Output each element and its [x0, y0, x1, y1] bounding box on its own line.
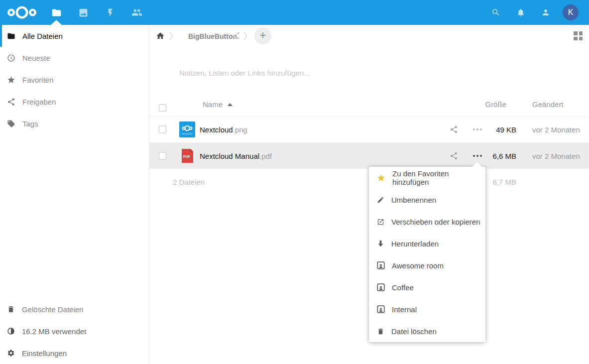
row-checkbox[interactable]	[159, 126, 166, 133]
sidebar-item-shares[interactable]: Freigaben	[0, 91, 149, 113]
sidebar-item-label: Freigaben	[22, 98, 56, 106]
trash-icon	[377, 328, 384, 335]
sidebar-footer: Gelöschte Dateien 16.2 MB verwendet Eins…	[0, 298, 149, 364]
dot	[476, 128, 478, 130]
active-indicator	[0, 25, 2, 47]
dot	[476, 155, 478, 157]
grid-square	[579, 31, 583, 35]
notifications-button[interactable]	[510, 0, 532, 25]
nextcloud-image-thumbnail[interactable]: Nextcloud Hub	[179, 121, 195, 137]
menu-item-room-coffee[interactable]: Coffee	[369, 276, 485, 298]
table-row: Nextcloud Hub Nextcloud.png 49 KB vor 2 …	[149, 117, 589, 143]
menu-item-download[interactable]: Herunterladen	[369, 233, 485, 254]
new-file-button[interactable]: +	[254, 27, 271, 44]
sidebar: Alle Dateien Neueste Favoriten Freigaben…	[0, 25, 149, 364]
users-icon	[131, 7, 142, 18]
image-icon	[78, 7, 89, 18]
menu-item-room-internal[interactable]: Internal	[369, 298, 485, 320]
quota-icon	[7, 327, 15, 335]
download-icon	[377, 240, 384, 247]
file-extension: .png	[233, 125, 247, 134]
grid-view-toggle[interactable]	[574, 31, 583, 40]
menu-item-label: Umbenennen	[391, 196, 436, 204]
sidebar-item-deleted-files[interactable]: Gelöschte Dateien	[0, 298, 149, 320]
move-icon	[377, 218, 384, 226]
active-app-pointer	[51, 20, 62, 25]
sidebar-item-favorites[interactable]: Favoriten	[0, 69, 149, 91]
room-icon	[377, 283, 385, 291]
bell-icon	[516, 8, 525, 17]
sidebar-item-settings[interactable]: Einstellungen	[0, 342, 149, 364]
menu-item-delete-file[interactable]: Datei löschen	[369, 320, 485, 342]
app-contacts-button[interactable]	[126, 0, 148, 25]
sidebar-item-all-files[interactable]: Alle Dateien	[0, 25, 149, 47]
contacts-icon	[541, 8, 550, 17]
column-header-name-label: Name	[203, 100, 223, 109]
column-header-modified[interactable]: Geändert	[532, 100, 564, 109]
menu-item-rename[interactable]: Umbenennen	[369, 189, 485, 211]
menu-arrow	[472, 162, 482, 167]
home-icon	[156, 31, 165, 40]
sidebar-item-quota[interactable]: 16.2 MB verwendet	[0, 320, 149, 342]
menu-item-label: Verschieben oder kopieren	[391, 218, 480, 226]
star-icon	[377, 174, 385, 182]
grid-square	[574, 31, 578, 35]
room-icon	[377, 261, 385, 269]
gear-icon	[7, 349, 15, 357]
notes-input[interactable]: Notizen, Listen oder Links hinzufügen...	[179, 63, 574, 83]
menu-item-add-to-favorites[interactable]: Zu den Favoriten hinzufügen	[369, 167, 485, 189]
app-activity-button[interactable]	[99, 0, 121, 25]
file-name[interactable]: Nextcloud Manual.pdf	[200, 151, 272, 160]
avatar-letter: K	[568, 8, 574, 17]
breadcrumb-bar: BigBlueButton +	[149, 25, 589, 47]
user-avatar[interactable]: K	[563, 4, 579, 20]
search-button[interactable]	[485, 0, 507, 25]
contacts-menu-button[interactable]	[535, 0, 557, 25]
file-actions-context-menu: Zu den Favoriten hinzufügen Umbenennen V…	[369, 167, 485, 342]
row-actions-button-open[interactable]	[473, 155, 482, 157]
notes-placeholder: Notizen, Listen oder Links hinzufügen...	[179, 69, 310, 77]
menu-item-label: Herunterladen	[391, 240, 439, 248]
select-all-checkbox[interactable]	[159, 104, 166, 112]
sidebar-item-label: Gelöschte Dateien	[22, 305, 83, 314]
sidebar-item-tags[interactable]: Tags	[0, 113, 149, 134]
sidebar-item-label: Einstellungen	[22, 349, 67, 358]
trash-icon	[7, 305, 15, 313]
breadcrumb-folder[interactable]: BigBlueButton	[188, 32, 237, 40]
dot	[480, 155, 482, 157]
nextcloud-logo[interactable]	[7, 4, 37, 21]
menu-item-room-awesome-room[interactable]: Awesome room	[369, 254, 485, 276]
clock-icon	[7, 54, 15, 62]
breadcrumb-share-button[interactable]	[232, 31, 240, 40]
menu-item-label: Internal	[392, 305, 417, 314]
star-icon	[7, 76, 15, 84]
pencil-icon	[377, 196, 384, 204]
dot	[480, 128, 482, 130]
file-size: 49 KB	[496, 125, 516, 134]
thumbnail-label: Nextcloud Hub	[182, 133, 193, 135]
row-actions-button[interactable]	[473, 128, 482, 130]
sidebar-item-label: Alle Dateien	[22, 32, 63, 40]
sort-ascending-icon	[228, 103, 233, 106]
row-checkbox[interactable]	[159, 152, 166, 159]
sidebar-item-recent[interactable]: Neueste	[0, 47, 149, 69]
sidebar-item-label: 16.2 MB verwendet	[22, 327, 86, 336]
sidebar-item-label: Favoriten	[22, 76, 54, 84]
app-photos-button[interactable]	[72, 0, 94, 25]
app-files-button[interactable]	[45, 0, 67, 25]
chevron-right-icon	[243, 31, 247, 40]
menu-item-label: Zu den Favoriten hinzufügen	[392, 169, 485, 186]
column-header-size[interactable]: Größe	[485, 100, 506, 109]
file-modified: vor 2 Monaten	[532, 151, 580, 160]
row-share-button[interactable]	[450, 125, 458, 134]
folder-icon	[51, 7, 62, 18]
file-name[interactable]: Nextcloud.png	[200, 125, 247, 134]
folder-icon	[7, 32, 15, 40]
column-header-name[interactable]: Name	[203, 100, 233, 109]
chevron-right-icon	[169, 31, 173, 40]
row-share-button[interactable]	[450, 151, 458, 160]
top-bar: K	[0, 0, 589, 25]
menu-item-move-or-copy[interactable]: Verschieben oder kopieren	[369, 211, 485, 233]
breadcrumb-home-button[interactable]	[156, 31, 165, 40]
pdf-file-icon[interactable]: PDF	[179, 148, 195, 164]
